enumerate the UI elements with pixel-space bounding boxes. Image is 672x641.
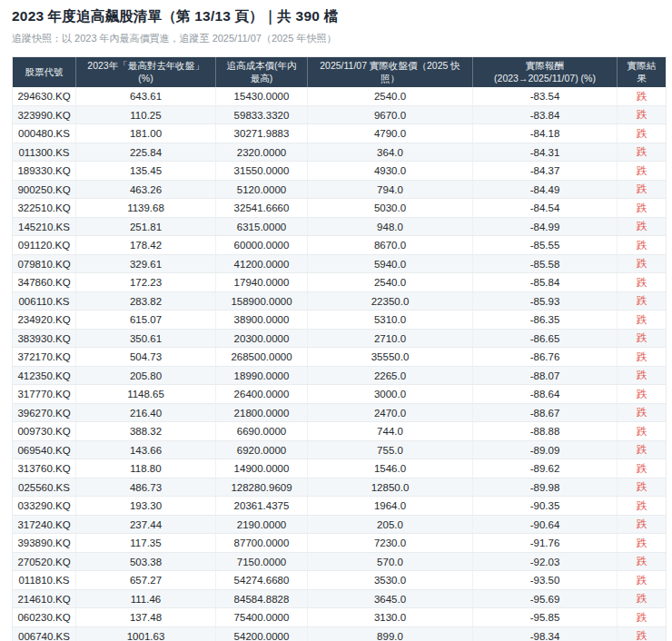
table-cell: 000480.KS <box>13 124 76 143</box>
table-cell: 091120.KQ <box>13 236 76 255</box>
table-cell: 033290.KQ <box>13 497 76 516</box>
table-row: 009730.KQ388.326690.0000744.0-88.88跌 <box>13 422 667 441</box>
table-cell: 643.61 <box>76 87 216 105</box>
table-cell: 7230.0 <box>308 534 473 553</box>
table-cell: 2265.0 <box>308 366 473 385</box>
table-cell: 2320.0000 <box>216 143 308 162</box>
table-cell: 383930.KQ <box>13 329 76 348</box>
table-cell: 172.23 <box>76 273 216 292</box>
table-row: 313760.KQ118.8014900.00001546.0-89.62跌 <box>13 459 667 478</box>
table-row: 079810.KQ329.6141200.00005940.0-85.58跌 <box>13 254 667 273</box>
table-cell: 393890.KQ <box>13 534 76 553</box>
table-cell: 025560.KS <box>13 478 76 497</box>
table-cell: -84.18 <box>473 124 618 143</box>
table-cell: 跌 <box>618 217 667 236</box>
table-cell: 117.35 <box>76 534 216 553</box>
table-cell: 跌 <box>618 273 667 292</box>
table-cell: 1139.68 <box>76 199 216 218</box>
table-row: 317770.KQ1148.6526400.00003000.0-88.64跌 <box>13 385 667 404</box>
table-cell: -90.35 <box>473 497 618 516</box>
table-cell: 6920.0000 <box>216 440 308 459</box>
table-row: 396270.KQ216.4021800.00002470.0-88.67跌 <box>13 403 667 422</box>
table-cell: -90.64 <box>473 515 618 534</box>
table-cell: 3645.0 <box>308 589 473 608</box>
table-cell: -83.54 <box>473 87 618 105</box>
table-cell: 193.30 <box>76 497 216 516</box>
table-cell: 268500.0000 <box>216 348 308 367</box>
table-cell: 跌 <box>618 385 667 404</box>
table-cell: 5940.0 <box>308 254 473 273</box>
table-cell: 7150.0000 <box>216 552 308 571</box>
table-cell: 137.48 <box>76 608 216 627</box>
table-cell: 75400.0000 <box>216 608 308 627</box>
table-row: 011810.KS657.2754274.66803530.0-93.50跌 <box>13 571 667 590</box>
table-cell: 8670.0 <box>308 236 473 255</box>
table-cell: 20300.0000 <box>216 329 308 348</box>
table-cell: 跌 <box>618 534 667 553</box>
table-cell: 跌 <box>618 87 667 105</box>
table-cell: 跌 <box>618 403 667 422</box>
table-cell: 2540.0 <box>308 273 473 292</box>
table-cell: 1148.65 <box>76 385 216 404</box>
table-cell: 41200.0000 <box>216 254 308 273</box>
table-cell: -85.93 <box>473 291 618 311</box>
table-cell: 跌 <box>618 105 667 124</box>
table-cell: 225.84 <box>76 143 216 162</box>
table-cell: -89.98 <box>473 478 618 497</box>
table-row: 317240.KQ237.442190.0000205.0-90.64跌 <box>13 515 667 534</box>
table-row: 347860.KQ172.2317940.00002540.0-85.84跌 <box>13 273 667 292</box>
table-cell: 87700.0000 <box>216 534 308 553</box>
table-cell: 跌 <box>618 180 667 199</box>
table-cell: 237.44 <box>76 515 216 534</box>
table-cell: 5120.0000 <box>216 180 308 199</box>
table-cell: 84584.8828 <box>216 589 308 608</box>
table-cell: 跌 <box>618 124 667 143</box>
table-cell: 317770.KQ <box>13 385 76 404</box>
table-cell: 158900.0000 <box>216 291 308 311</box>
table-cell: -91.76 <box>473 534 618 553</box>
table-cell: 615.07 <box>76 311 216 330</box>
table-cell: 跌 <box>618 311 667 330</box>
table-cell: 205.80 <box>76 366 216 385</box>
table-cell: -85.55 <box>473 236 618 255</box>
table-cell: 跌 <box>618 626 667 641</box>
table-cell: -89.09 <box>473 440 618 459</box>
table-header: 股票代號2023年「最高對去年收盤」(%)追高成本價(年內最高)2025/11/… <box>13 57 667 88</box>
table-cell: 5030.0 <box>308 199 473 218</box>
table-row: 189330.KQ135.4531550.00004930.0-84.37跌 <box>13 162 667 181</box>
table-cell: 347860.KQ <box>13 273 76 292</box>
stock-results-table: 股票代號2023年「最高對去年收盤」(%)追高成本價(年內最高)2025/11/… <box>12 56 667 641</box>
table-cell: 18990.0000 <box>216 366 308 385</box>
table-cell: 1546.0 <box>308 459 473 478</box>
table-cell: 60000.0000 <box>216 236 308 255</box>
table-cell: 899.0 <box>308 626 473 641</box>
table-cell: -88.88 <box>473 422 618 441</box>
table-cell: -88.07 <box>473 366 618 385</box>
table-cell: 755.0 <box>308 440 473 459</box>
table-cell: 270520.KQ <box>13 552 76 571</box>
table-cell: 17940.0000 <box>216 273 308 292</box>
table-cell: 6315.0000 <box>216 217 308 236</box>
table-cell: -89.62 <box>473 459 618 478</box>
table-cell: 323990.KQ <box>13 105 76 124</box>
table-cell: 跌 <box>618 254 667 273</box>
table-cell: -83.84 <box>473 105 618 124</box>
table-cell: 145210.KS <box>13 217 76 236</box>
column-header: 追高成本價(年內最高) <box>216 57 308 88</box>
table-header-row: 股票代號2023年「最高對去年收盤」(%)追高成本價(年內最高)2025/11/… <box>13 57 667 88</box>
table-cell: -98.34 <box>473 626 618 641</box>
table-row: 900250.KQ463.265120.0000794.0-84.49跌 <box>13 180 667 199</box>
table-cell: 009730.KQ <box>13 422 76 441</box>
table-cell: 3130.0 <box>308 608 473 627</box>
table-cell: 283.82 <box>76 291 216 311</box>
table-cell: -84.31 <box>473 143 618 162</box>
table-cell: 32541.6660 <box>216 199 308 218</box>
table-cell: 跌 <box>618 329 667 348</box>
table-row: 006110.KS283.82158900.000022350.0-85.93跌 <box>13 291 667 311</box>
table-cell: 251.81 <box>76 217 216 236</box>
table-row: 372170.KQ504.73268500.000035550.0-86.76跌 <box>13 348 667 367</box>
table-cell: -88.64 <box>473 385 618 404</box>
table-cell: 20361.4375 <box>216 497 308 516</box>
table-cell: -86.76 <box>473 348 618 367</box>
table-cell: 4930.0 <box>308 162 473 181</box>
